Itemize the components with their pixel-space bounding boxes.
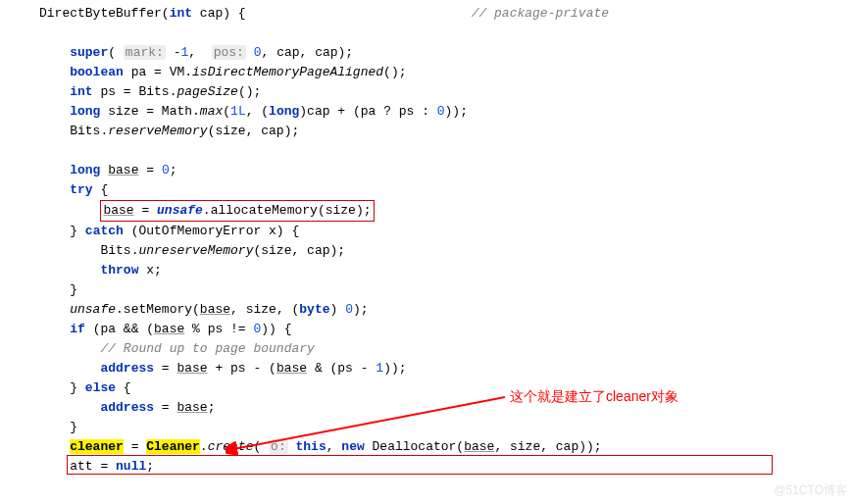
code-block: DirectByteBuffer(int cap) {// package-pr… [0, 4, 853, 477]
code-line: base = unsafe.allocateMemory(size); [39, 200, 853, 222]
code-line: } [39, 418, 853, 437]
code-line: // Round up to page boundary [39, 339, 853, 359]
code-line: long size = Math.max(1L, (long)cap + (pa… [39, 102, 853, 122]
code-line [39, 141, 853, 161]
code-line: int ps = Bits.pageSize(); [39, 82, 853, 102]
code-line: } [39, 280, 853, 300]
code-line: address = base; [39, 398, 853, 418]
highlight-box: base = unsafe.allocateMemory(size); [100, 200, 374, 222]
code-line: Bits.reserveMemory(size, cap); [39, 122, 853, 141]
code-line: address = base + ps - (base & (ps - 1)); [39, 359, 853, 378]
code-line: DirectByteBuffer(int cap) {// package-pr… [39, 4, 853, 24]
code-line: } else { [39, 378, 853, 398]
watermark: @51CTO博客 [774, 480, 847, 500]
code-line: unsafe.setMemory(base, size, (byte) 0); [39, 300, 853, 320]
code-line: att = null; [39, 457, 853, 477]
code-line: Bits.unreserveMemory(size, cap); [39, 241, 853, 261]
code-line: long base = 0; [39, 161, 853, 180]
code-line: } catch (OutOfMemoryError x) { [39, 222, 853, 241]
code-line: if (pa && (base % ps != 0)) { [39, 320, 853, 339]
code-line: boolean pa = VM.isDirectMemoryPageAligne… [39, 63, 853, 82]
code-line: super( mark: -1, pos: 0, cap, cap); [39, 43, 853, 63]
code-line: throw x; [39, 261, 853, 280]
annotation-text: 这个就是建立了cleaner对象 [510, 386, 678, 406]
code-line: cleaner = Cleaner.create( o: this, new D… [39, 437, 853, 457]
code-line [39, 24, 853, 43]
code-line: try { [39, 180, 853, 200]
